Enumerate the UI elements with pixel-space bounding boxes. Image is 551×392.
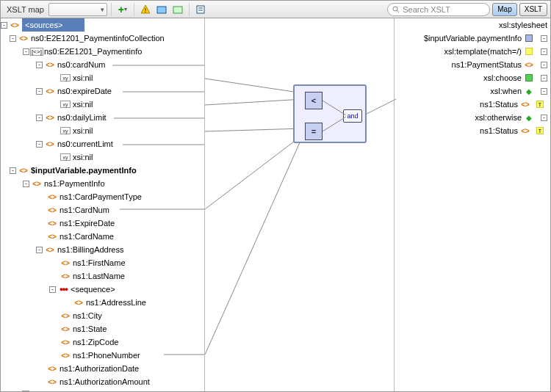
- tree-node[interactable]: <>ns1:CardName: [1, 230, 204, 243]
- tree-node[interactable]: -<>ns1:BillingAddress: [1, 243, 204, 256]
- tab-map[interactable]: Map: [492, 3, 516, 16]
- tree-node[interactable]: -●●●<sequence>: [1, 283, 204, 296]
- tree-node[interactable]: xyxsi:nil: [1, 71, 204, 84]
- tree-node[interactable]: xyxsi:nil: [1, 150, 204, 164]
- tab-xslt[interactable]: XSLT: [519, 3, 547, 16]
- tree-node[interactable]: <>ns1:CardNum: [1, 203, 204, 217]
- tree-node[interactable]: <>ns1:AddressLine: [1, 296, 204, 309]
- map-dropdown[interactable]: ▾: [48, 3, 107, 16]
- tree-node[interactable]: <>ns1:State: [1, 322, 204, 335]
- node-label: ns1:PaymentStatus: [452, 60, 522, 69]
- expand-toggle[interactable]: -: [541, 62, 547, 68]
- node-icon: <>: [47, 231, 57, 242]
- node-label: ns1:AuthorizationAmount: [60, 377, 150, 386]
- tree-node[interactable]: xyxsi:nil: [1, 124, 204, 137]
- expand-toggle[interactable]: -: [541, 88, 547, 95]
- tree-node[interactable]: <>ns1:AuthorizationAmount: [1, 375, 204, 388]
- tree-node[interactable]: <>ns1:FirstName: [1, 256, 204, 269]
- source-tree[interactable]: - <> <sources> -<>ns0:E2E1201_Paymentinf…: [1, 18, 205, 392]
- and-operator[interactable]: and: [343, 109, 362, 123]
- tree-node[interactable]: <>ns1:ZipCode: [1, 335, 204, 349]
- expression-box[interactable]: < = and: [293, 84, 367, 143]
- node-label: ns1:LastName: [73, 272, 125, 280]
- tree-node[interactable]: ns1:PaymentStatus<>-: [395, 58, 550, 71]
- node-label: xsl:template(match=/): [444, 47, 522, 56]
- node-icon: ●●●: [58, 284, 68, 294]
- tree-node[interactable]: <>ns1:CardPaymentType: [1, 190, 204, 203]
- test-icon[interactable]: [154, 2, 169, 17]
- node-label: $inputVariable.paymentInfo: [424, 34, 522, 43]
- tree-node[interactable]: -<>$inputVariable.paymentInfo: [1, 164, 204, 177]
- svg-line-17: [205, 128, 303, 131]
- node-label: ns1:AuthorizationDate: [60, 364, 139, 373]
- svg-rect-4: [197, 6, 204, 13]
- expand-toggle[interactable]: -: [36, 247, 43, 253]
- node-label: ns0:currentLimt: [57, 139, 113, 148]
- tree-node[interactable]: <>ns1:ExpireDate: [1, 217, 204, 230]
- expand-toggle[interactable]: -: [36, 141, 43, 148]
- mapping-canvas[interactable]: < = and: [205, 18, 395, 392]
- expand-toggle[interactable]: -: [36, 88, 43, 95]
- node-label: xsl:stylesheet: [499, 21, 547, 29]
- tree-node[interactable]: ns1:Status<>T: [395, 98, 550, 111]
- node-icon: <>: [47, 205, 57, 215]
- tree-node[interactable]: ns1:Status<>T: [395, 124, 550, 137]
- node-icon: <>: [47, 218, 57, 228]
- expand-toggle[interactable]: -: [36, 62, 43, 68]
- node-icon: <>: [45, 59, 55, 70]
- node-icon: <>: [60, 350, 71, 360]
- tree-node[interactable]: <>ns1:AuthorizationDate: [1, 362, 204, 375]
- expand-toggle[interactable]: -: [23, 48, 29, 55]
- tree-node[interactable]: -<>ns0:expireDate: [1, 84, 204, 98]
- tree-node[interactable]: -[<>]ns0:E2E1201_Paymentinfo: [1, 45, 204, 58]
- collapse-toggle[interactable]: -: [1, 22, 7, 29]
- tree-node[interactable]: xsl:template(match=/)-: [395, 45, 550, 58]
- tree-node[interactable]: xsl:when◆-: [395, 84, 550, 98]
- tree-node[interactable]: -<>ns0:E2E1201_PaymentinfoCollection: [1, 32, 204, 45]
- element-icon: <>: [10, 20, 20, 30]
- node-label: xsi:nil: [73, 73, 93, 82]
- expand-toggle[interactable]: -: [23, 181, 29, 187]
- expand-toggle[interactable]: -: [49, 286, 56, 293]
- expand-toggle[interactable]: -: [541, 75, 547, 81]
- tree-node[interactable]: -<>ns0:dailyLimit: [1, 111, 204, 124]
- options-icon[interactable]: [193, 2, 208, 17]
- target-tree[interactable]: xsl:stylesheet$inputVariable.paymentInfo…: [395, 18, 550, 392]
- refresh-icon[interactable]: [170, 2, 185, 17]
- node-label: ns1:FirstName: [73, 258, 126, 267]
- node-icon: <>: [520, 126, 530, 136]
- tree-node[interactable]: -<>ns1:PaymentInfo: [1, 177, 204, 190]
- expand-toggle[interactable]: -: [10, 167, 16, 174]
- tree-node[interactable]: xsl:stylesheet: [395, 18, 550, 32]
- toolbar: XSLT map ▾ +▾ ! Search XSLT Map XSLT: [1, 1, 550, 18]
- expand-toggle[interactable]: -: [541, 48, 547, 55]
- tree-node[interactable]: $inputVariable.paymentInfo-: [395, 32, 550, 45]
- expand-toggle[interactable]: -: [541, 115, 547, 121]
- tree-node[interactable]: -<>ns0:cardNum: [1, 58, 204, 71]
- add-button[interactable]: +▾: [115, 2, 130, 17]
- tree-node[interactable]: <>ns1:PhoneNumber: [1, 349, 204, 362]
- tree-node[interactable]: xsl:choose-: [395, 71, 550, 84]
- svg-rect-2: [157, 7, 166, 13]
- expand-toggle[interactable]: -: [10, 35, 16, 42]
- node-label: ns1:CardNum: [60, 206, 109, 214]
- validate-icon[interactable]: !: [138, 2, 153, 17]
- node-label: ns1:BillingAddress: [57, 245, 124, 254]
- tree-node[interactable]: xyxsi:nil: [1, 98, 204, 111]
- node-icon: [524, 46, 534, 57]
- expand-toggle[interactable]: -: [36, 115, 43, 121]
- search-input[interactable]: Search XSLT: [387, 3, 490, 16]
- tree-node[interactable]: -<>ns0:currentLimt: [1, 137, 204, 150]
- node-icon: <>: [47, 363, 57, 374]
- less-than-operator[interactable]: <: [305, 92, 323, 109]
- tree-node[interactable]: <>ns1:City: [1, 309, 204, 322]
- node-label: ns1:ExpireDate: [60, 219, 115, 228]
- expand-toggle[interactable]: -: [541, 35, 547, 42]
- tree-node[interactable]: Variables: [1, 388, 204, 392]
- svg-line-8: [397, 10, 399, 12]
- node-label: ns1:ZipCode: [73, 338, 118, 346]
- tree-node[interactable]: xsl:otherwise◆-: [395, 111, 550, 124]
- tree-node[interactable]: <>ns1:LastName: [1, 269, 204, 283]
- node-icon: <>: [45, 139, 55, 149]
- equals-operator[interactable]: =: [305, 123, 323, 140]
